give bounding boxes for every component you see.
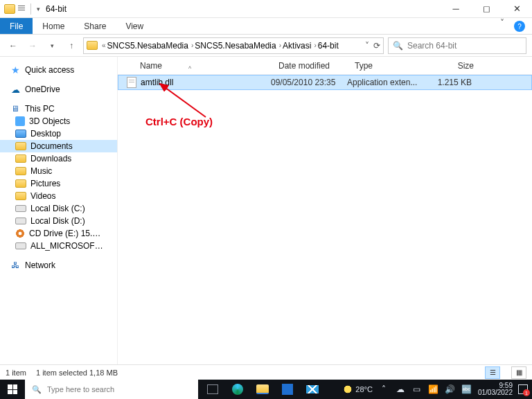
notification-icon[interactable] [518, 384, 528, 394]
pictures-icon [15, 179, 26, 188]
column-size[interactable]: Size [431, 61, 479, 71]
objects-icon [15, 116, 25, 126]
sidebar-item-videos[interactable]: Videos [0, 190, 117, 202]
properties-icon[interactable] [18, 6, 25, 12]
start-button[interactable] [0, 384, 25, 394]
cloud-icon: ☁ [10, 85, 21, 94]
file-type: Application exten... [347, 78, 423, 87]
back-button[interactable]: ← [6, 38, 21, 53]
sidebar-item-music[interactable]: Music [0, 165, 117, 177]
folder-icon [87, 41, 98, 50]
tab-share[interactable]: Share [74, 18, 116, 34]
ribbon-tabs: File Home Share View ˅ ? [0, 18, 532, 35]
column-date[interactable]: Date modified [278, 61, 355, 71]
sidebar-item-drive-c[interactable]: Local Disk (C:) [0, 202, 117, 215]
annotation-text: Ctrl+C (Copy) [145, 116, 213, 127]
taskbar-search-input[interactable]: 🔍 Type here to search [25, 380, 198, 399]
drive-icon [15, 218, 26, 224]
videos-icon [15, 192, 26, 200]
network-icon[interactable]: 📶 [428, 384, 439, 394]
breadcrumb-item[interactable]: Aktivasi [283, 41, 311, 51]
taskbar: 🔍 Type here to search 28°C ˄ ☁ ▭ 📶 🔊 🔤 9… [0, 380, 532, 399]
search-placeholder: Search 64-bit [407, 41, 456, 51]
search-input[interactable]: 🔍 Search 64-bit [388, 37, 526, 54]
title-bar: ▾ 64-bit ─ ◻ ✕ [0, 0, 532, 18]
sidebar-item-pictures[interactable]: Pictures [0, 177, 117, 190]
store-icon [282, 384, 293, 395]
chevron-right-icon[interactable]: « [102, 42, 106, 49]
system-tray: 28°C ˄ ☁ ▭ 📶 🔊 🔤 9:59 01/03/2022 [343, 382, 532, 397]
sidebar-item-quick-access[interactable]: ★Quick access [0, 64, 117, 76]
clock[interactable]: 9:59 01/03/2022 [478, 382, 513, 397]
sidebar-item-downloads[interactable]: Downloads [0, 152, 117, 165]
sidebar-item-documents[interactable]: Documents [0, 140, 117, 152]
column-type[interactable]: Type [355, 61, 431, 71]
weather-widget[interactable]: 28°C [343, 384, 373, 394]
details-view-button[interactable]: ☰ [485, 366, 500, 379]
store-button[interactable] [276, 380, 299, 399]
sidebar-item-onedrive[interactable]: ☁OneDrive [0, 83, 117, 96]
drive-icon [15, 242, 26, 249]
qat-dropdown-icon[interactable]: ▾ [37, 6, 40, 12]
temperature: 28°C [355, 385, 373, 393]
file-icon [127, 77, 136, 88]
onedrive-tray-icon[interactable]: ☁ [395, 384, 406, 394]
minimize-button[interactable]: ─ [441, 0, 471, 18]
help-icon[interactable]: ? [514, 21, 525, 32]
sidebar-item-cd-drive[interactable]: CD Drive (E:) 15.0.4569 [0, 227, 117, 240]
sidebar-item-network[interactable]: 🖧Network [0, 259, 117, 272]
tab-view[interactable]: View [116, 18, 153, 34]
task-view-icon [207, 384, 218, 394]
window-title: 64-bit [46, 4, 66, 14]
refresh-icon[interactable]: ⟳ [373, 41, 380, 51]
meet-now-icon[interactable]: ▭ [411, 384, 423, 394]
chevron-right-icon[interactable]: › [279, 42, 281, 49]
desktop-icon [15, 130, 26, 138]
search-icon: 🔍 [393, 41, 403, 51]
network-icon: 🖧 [10, 260, 21, 270]
column-name[interactable]: Name [140, 61, 278, 71]
breadcrumb-item[interactable]: 64-bit [318, 41, 339, 51]
chevron-up-icon[interactable]: ˄ [378, 384, 389, 394]
folder-icon [256, 384, 269, 394]
volume-icon[interactable]: 🔊 [445, 384, 456, 394]
breadcrumb-item[interactable]: SNCS5.NesabaMedia [107, 41, 188, 51]
explorer-button[interactable] [251, 380, 274, 399]
downloads-icon [15, 154, 26, 163]
collapse-ribbon-icon[interactable]: ˅ [493, 18, 511, 34]
tab-file[interactable]: File [0, 18, 33, 34]
status-selection: 1 item selected 1,18 MB [36, 369, 118, 377]
maximize-button[interactable]: ◻ [471, 0, 502, 18]
music-icon [15, 167, 26, 175]
task-view-button[interactable] [201, 380, 224, 399]
file-row[interactable]: amtlib.dll 09/05/2010 23:35 Application … [118, 75, 532, 90]
chevron-right-icon[interactable]: › [191, 42, 193, 49]
star-icon: ★ [10, 65, 21, 75]
recent-locations-icon[interactable]: ▾ [44, 38, 60, 53]
sidebar-item-this-pc[interactable]: 🖥This PC [0, 103, 117, 115]
status-item-count: 1 item [6, 369, 26, 377]
breadcrumb[interactable]: « SNCS5.NesabaMedia› SNCS5.NesabaMedia› … [83, 37, 384, 54]
status-bar: 1 item 1 item selected 1,18 MB ☰ ▦ [0, 364, 532, 380]
edge-button[interactable] [226, 380, 249, 399]
file-name: amtlib.dll [136, 78, 271, 87]
mail-button[interactable] [301, 380, 324, 399]
forward-button[interactable]: → [25, 38, 40, 53]
language-icon[interactable]: 🔤 [461, 384, 472, 394]
drive-icon [15, 205, 26, 212]
sidebar-item-desktop[interactable]: Desktop [0, 127, 117, 140]
breadcrumb-item[interactable]: SNCS5.NesabaMedia [195, 41, 276, 51]
icons-view-button[interactable]: ▦ [511, 366, 526, 379]
chevron-right-icon[interactable]: › [314, 42, 316, 49]
documents-icon [15, 142, 26, 150]
sidebar-item-drive-d[interactable]: Local Disk (D:) [0, 215, 117, 227]
column-headers: ^ Name Date modified Type Size [118, 57, 532, 75]
address-dropdown-icon[interactable]: ˅ [365, 41, 369, 51]
up-button[interactable]: ↑ [64, 38, 79, 53]
sidebar-item-all-microsoft[interactable]: ALL_MICROSOFT_OFFICE [0, 240, 117, 252]
close-button[interactable]: ✕ [502, 0, 532, 18]
address-bar: ← → ▾ ↑ « SNCS5.NesabaMedia› SNCS5.Nesab… [0, 35, 532, 57]
sidebar-item-3d-objects[interactable]: 3D Objects [0, 115, 117, 127]
folder-icon [4, 4, 15, 14]
tab-home[interactable]: Home [33, 18, 74, 34]
